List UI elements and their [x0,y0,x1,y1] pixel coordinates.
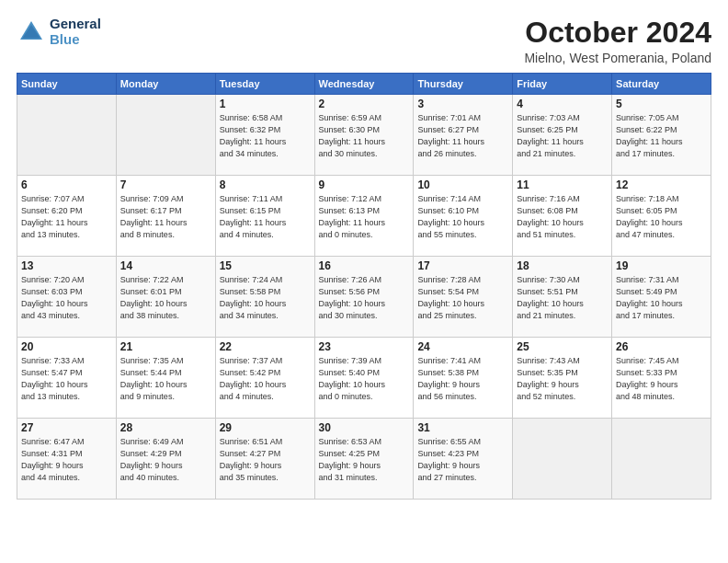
day-number: 11 [517,178,608,191]
day-info: Sunrise: 7:18 AM Sunset: 6:05 PM Dayligh… [616,193,707,241]
week-row-3: 13Sunrise: 7:20 AM Sunset: 6:03 PM Dayli… [17,257,711,338]
day-cell: 23Sunrise: 7:39 AM Sunset: 5:40 PM Dayli… [314,338,414,419]
day-cell: 19Sunrise: 7:31 AM Sunset: 5:49 PM Dayli… [612,257,711,338]
day-info: Sunrise: 7:03 AM Sunset: 6:25 PM Dayligh… [517,112,608,160]
main-title: October 2024 [524,17,711,49]
day-cell: 21Sunrise: 7:35 AM Sunset: 5:44 PM Dayli… [116,338,215,419]
day-number: 29 [220,421,311,434]
day-info: Sunrise: 7:24 AM Sunset: 5:58 PM Dayligh… [220,274,311,322]
day-number: 26 [616,340,707,353]
day-cell: 5Sunrise: 7:05 AM Sunset: 6:22 PM Daylig… [612,95,711,176]
day-number: 6 [21,178,112,191]
day-info: Sunrise: 6:49 AM Sunset: 4:29 PM Dayligh… [120,436,211,484]
day-cell: 22Sunrise: 7:37 AM Sunset: 5:42 PM Dayli… [215,338,314,419]
day-info: Sunrise: 7:07 AM Sunset: 6:20 PM Dayligh… [21,193,112,241]
day-number: 28 [120,421,211,434]
logo-line2: Blue [50,32,101,48]
day-info: Sunrise: 7:14 AM Sunset: 6:10 PM Dayligh… [417,193,508,241]
day-number: 30 [319,421,410,434]
day-number: 5 [616,98,707,110]
day-number: 2 [319,98,410,110]
day-cell: 9Sunrise: 7:12 AM Sunset: 6:13 PM Daylig… [314,176,414,257]
day-number: 3 [417,98,508,110]
day-cell: 3Sunrise: 7:01 AM Sunset: 6:27 PM Daylig… [414,95,513,176]
day-cell [612,419,711,500]
day-info: Sunrise: 6:59 AM Sunset: 6:30 PM Dayligh… [319,112,410,160]
day-cell: 10Sunrise: 7:14 AM Sunset: 6:10 PM Dayli… [414,176,513,257]
logo-text: General Blue [50,17,101,47]
header: General Blue October 2024 Mielno, West P… [17,17,711,65]
day-info: Sunrise: 7:20 AM Sunset: 6:03 PM Dayligh… [21,274,112,322]
day-number: 13 [21,259,112,272]
day-number: 4 [517,98,608,110]
logo-line1: General [50,17,101,32]
day-info: Sunrise: 6:58 AM Sunset: 6:32 PM Dayligh… [220,112,311,160]
logo-icon [17,17,46,47]
title-block: October 2024 Mielno, West Pomerania, Pol… [524,17,711,65]
day-number: 7 [120,178,211,191]
week-row-2: 6Sunrise: 7:07 AM Sunset: 6:20 PM Daylig… [17,176,711,257]
day-number: 25 [517,340,608,353]
day-number: 14 [120,259,211,272]
day-number: 16 [319,259,410,272]
day-info: Sunrise: 7:37 AM Sunset: 5:42 PM Dayligh… [220,355,311,403]
day-info: Sunrise: 6:55 AM Sunset: 4:23 PM Dayligh… [417,436,508,484]
calendar-table: SundayMondayTuesdayWednesdayThursdayFrid… [17,73,711,500]
day-cell: 14Sunrise: 7:22 AM Sunset: 6:01 PM Dayli… [116,257,215,338]
day-cell: 31Sunrise: 6:55 AM Sunset: 4:23 PM Dayli… [414,419,513,500]
day-cell: 28Sunrise: 6:49 AM Sunset: 4:29 PM Dayli… [116,419,215,500]
day-cell: 13Sunrise: 7:20 AM Sunset: 6:03 PM Dayli… [17,257,117,338]
day-number: 21 [120,340,211,353]
day-info: Sunrise: 7:41 AM Sunset: 5:38 PM Dayligh… [417,355,508,403]
week-row-5: 27Sunrise: 6:47 AM Sunset: 4:31 PM Dayli… [17,419,711,500]
day-info: Sunrise: 7:31 AM Sunset: 5:49 PM Dayligh… [616,274,707,322]
day-info: Sunrise: 6:53 AM Sunset: 4:25 PM Dayligh… [319,436,410,484]
header-row: SundayMondayTuesdayWednesdayThursdayFrid… [17,74,711,95]
day-info: Sunrise: 7:45 AM Sunset: 5:33 PM Dayligh… [616,355,707,403]
day-cell: 29Sunrise: 6:51 AM Sunset: 4:27 PM Dayli… [215,419,314,500]
day-cell: 11Sunrise: 7:16 AM Sunset: 6:08 PM Dayli… [513,176,612,257]
day-cell: 2Sunrise: 6:59 AM Sunset: 6:30 PM Daylig… [314,95,414,176]
day-cell: 7Sunrise: 7:09 AM Sunset: 6:17 PM Daylig… [116,176,215,257]
calendar-body: 1Sunrise: 6:58 AM Sunset: 6:32 PM Daylig… [17,95,711,500]
day-number: 9 [319,178,410,191]
day-info: Sunrise: 7:09 AM Sunset: 6:17 PM Dayligh… [120,193,211,241]
header-cell-friday: Friday [513,74,612,95]
day-cell: 15Sunrise: 7:24 AM Sunset: 5:58 PM Dayli… [215,257,314,338]
day-cell: 25Sunrise: 7:43 AM Sunset: 5:35 PM Dayli… [513,338,612,419]
day-info: Sunrise: 7:39 AM Sunset: 5:40 PM Dayligh… [319,355,410,403]
header-cell-saturday: Saturday [612,74,711,95]
day-number: 20 [21,340,112,353]
day-number: 8 [220,178,311,191]
day-number: 27 [21,421,112,434]
day-number: 23 [319,340,410,353]
day-number: 19 [616,259,707,272]
day-info: Sunrise: 7:12 AM Sunset: 6:13 PM Dayligh… [319,193,410,241]
day-info: Sunrise: 7:01 AM Sunset: 6:27 PM Dayligh… [417,112,508,160]
day-info: Sunrise: 7:22 AM Sunset: 6:01 PM Dayligh… [120,274,211,322]
day-cell: 16Sunrise: 7:26 AM Sunset: 5:56 PM Dayli… [314,257,414,338]
day-cell: 26Sunrise: 7:45 AM Sunset: 5:33 PM Dayli… [612,338,711,419]
day-number: 24 [417,340,508,353]
day-info: Sunrise: 7:26 AM Sunset: 5:56 PM Dayligh… [319,274,410,322]
day-number: 18 [517,259,608,272]
day-info: Sunrise: 7:05 AM Sunset: 6:22 PM Dayligh… [616,112,707,160]
day-cell: 27Sunrise: 6:47 AM Sunset: 4:31 PM Dayli… [17,419,117,500]
day-number: 31 [417,421,508,434]
day-cell [116,95,215,176]
day-info: Sunrise: 7:30 AM Sunset: 5:51 PM Dayligh… [517,274,608,322]
header-cell-tuesday: Tuesday [215,74,314,95]
logo: General Blue [17,17,101,47]
day-cell: 17Sunrise: 7:28 AM Sunset: 5:54 PM Dayli… [414,257,513,338]
day-info: Sunrise: 7:43 AM Sunset: 5:35 PM Dayligh… [517,355,608,403]
day-cell [513,419,612,500]
day-cell: 8Sunrise: 7:11 AM Sunset: 6:15 PM Daylig… [215,176,314,257]
day-info: Sunrise: 7:28 AM Sunset: 5:54 PM Dayligh… [417,274,508,322]
subtitle: Mielno, West Pomerania, Poland [524,51,711,65]
day-cell: 18Sunrise: 7:30 AM Sunset: 5:51 PM Dayli… [513,257,612,338]
day-number: 12 [616,178,707,191]
week-row-4: 20Sunrise: 7:33 AM Sunset: 5:47 PM Dayli… [17,338,711,419]
page: General Blue October 2024 Mielno, West P… [0,0,728,563]
day-cell: 6Sunrise: 7:07 AM Sunset: 6:20 PM Daylig… [17,176,117,257]
day-cell: 20Sunrise: 7:33 AM Sunset: 5:47 PM Dayli… [17,338,117,419]
